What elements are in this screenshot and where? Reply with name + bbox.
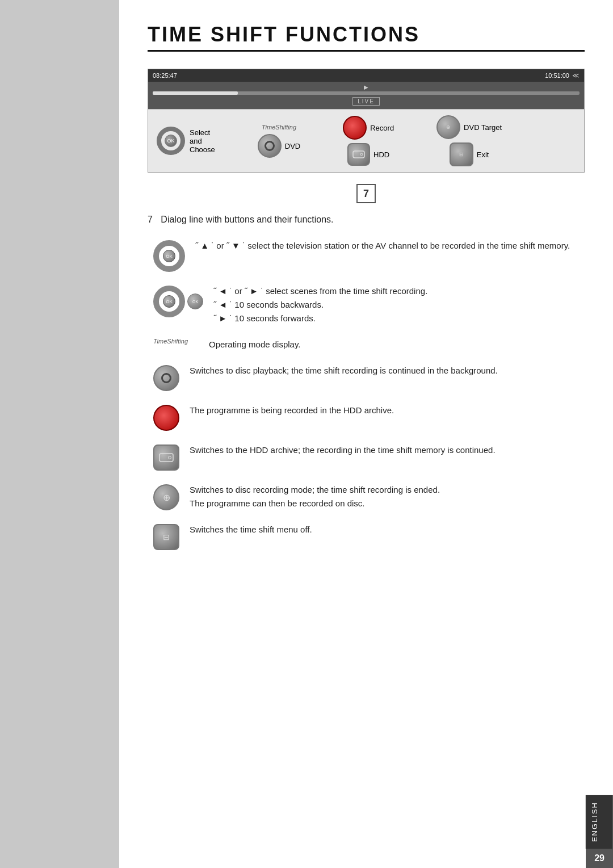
dvdrec-icon: ⊕ <box>153 484 179 510</box>
ctrl-dvd-target: ⊕ DVD Target ⊟ Exit <box>436 115 533 166</box>
disc-inner-ring <box>161 373 171 383</box>
dvd-btn-icon <box>258 134 282 158</box>
desc-item-exit: ⊟ Switches the time shift menu off. <box>153 523 585 550</box>
step-number-box: 7 <box>356 184 376 203</box>
exit-menu-icon: ⊟ <box>153 524 179 550</box>
dialog-box: 08:25:47 10:51:00 ▶ LIVE OK Sele <box>148 69 585 173</box>
nav-leftright-cluster: OK <box>153 286 185 317</box>
desc-text-record: The programme is being recorded in the H… <box>190 404 394 417</box>
nav-ok-center: OK <box>165 135 177 147</box>
page-number: 29 <box>586 849 613 868</box>
desc-icon-updown: OK <box>153 239 185 272</box>
main-content: TIME SHIFT FUNCTIONS 08:25:47 10:51:00 ▶… <box>119 0 613 868</box>
nav-updown-cluster: OK <box>153 240 185 272</box>
dvd-target-icon: ⊕ <box>436 115 460 139</box>
step-label-area: 7 <box>148 184 585 203</box>
desc-item-hdd: Switches to the HDD archive; the recordi… <box>153 443 585 471</box>
desc-text-updown: ˝ ▲ ˙ or ˝ ▼ ˙ select the television sta… <box>195 239 570 253</box>
hdd-btn-icon <box>347 143 370 166</box>
desc-item-timeshifting: TimeShifting Operating mode display. <box>153 338 585 351</box>
desc-text-timeshifting: Operating mode display. <box>209 338 300 351</box>
desc-item-record: The programme is being recorded in the H… <box>153 404 585 431</box>
step-num-inline: 7 <box>148 215 153 224</box>
double-arrows-icon <box>572 72 580 79</box>
dialog-time-left: 08:25:47 <box>153 72 177 79</box>
hdd-archive-icon <box>153 445 179 471</box>
nav-updown-center: OK <box>163 250 175 262</box>
live-badge: LIVE <box>352 97 380 106</box>
hdd-label: HDD <box>373 150 389 159</box>
step-title: 7 Dialog line with buttons and their fun… <box>148 215 585 225</box>
dialog-top-bar: 08:25:47 10:51:00 <box>148 69 584 82</box>
desc-text-disc: Switches to disc playback; the time shif… <box>190 364 498 378</box>
desc-icon-exit: ⊟ <box>153 523 179 550</box>
desc-icon-leftright: OK OK <box>153 284 203 317</box>
progress-bar <box>153 91 580 95</box>
desc-icon-disc <box>153 364 179 391</box>
dvd-inner-ring <box>264 141 275 151</box>
dvd-target-label: DVD Target <box>464 123 502 132</box>
ok-small-btn: OK <box>187 293 203 309</box>
timeshifting-mode-label: TimeShifting <box>153 338 188 345</box>
timeshifting-text: TimeShifting <box>262 124 296 131</box>
desc-item-disc: Switches to disc playback; the time shif… <box>153 364 585 391</box>
ctrl-record: Record HDD <box>343 116 425 166</box>
exit-label: Exit <box>477 150 489 159</box>
desc-item-updown: OK ˝ ▲ ˙ or ˝ ▼ ˙ select the television … <box>153 239 585 272</box>
dvd-label: DVD <box>285 142 300 150</box>
desc-text-leftright: ˝ ◄ ˙ or ˝ ► ˙ select scenes from the ti… <box>213 284 427 325</box>
desc-item-dvdrec: ⊕ Switches to disc recording mode; the t… <box>153 483 585 510</box>
play-indicator: ▶ <box>364 84 368 90</box>
ctrl-nav-labels: Select and Choose <box>190 128 215 154</box>
language-tab: ENGLISH <box>586 795 613 849</box>
desc-item-leftright: OK OK ˝ ◄ ˙ or ˝ ► ˙ select scenes from … <box>153 284 585 325</box>
desc-icon-hdd <box>153 443 179 471</box>
exit-btn-icon: ⊟ <box>450 142 473 166</box>
ctrl-label-and: and <box>190 137 215 145</box>
record-label: Record <box>370 124 394 132</box>
dialog-progress-area: ▶ LIVE <box>148 82 584 109</box>
ctrl-label-select: Select <box>190 128 215 137</box>
desc-text-hdd: Switches to the HDD archive; the recordi… <box>190 443 496 457</box>
dialog-time-right-value: 10:51:00 <box>545 72 569 79</box>
nav-cluster-icon: OK <box>157 127 185 155</box>
record-red-icon <box>153 405 179 431</box>
step-title-text: Dialog line with buttons and their funct… <box>161 215 333 224</box>
desc-icon-dvdrec: ⊕ <box>153 483 179 510</box>
nav-with-ok-wrapper: OK OK <box>153 286 203 317</box>
sidebar <box>0 0 119 868</box>
desc-icon-record <box>153 404 179 431</box>
progress-bar-fill <box>153 91 238 95</box>
svg-point-3 <box>169 456 171 459</box>
svg-point-1 <box>360 153 363 156</box>
bottom-right: ENGLISH 29 <box>586 795 613 868</box>
nav-leftright-center: OK <box>163 295 175 308</box>
description-items: OK ˝ ▲ ˙ or ˝ ▼ ˙ select the television … <box>148 239 585 550</box>
desc-text-exit: Switches the time shift menu off. <box>190 523 312 536</box>
desc-text-dvdrec: Switches to disc recording mode; the tim… <box>190 483 440 510</box>
desc-icon-timeshifting: TimeShifting <box>153 338 199 345</box>
ctrl-label-choose: Choose <box>190 145 215 154</box>
ctrl-timeshifting: TimeShifting DVD <box>258 124 331 158</box>
ctrl-nav-cluster: OK Select and Choose <box>157 127 246 155</box>
disc-playback-icon <box>153 365 179 391</box>
dialog-controls: OK Select and Choose TimeShifting DVD <box>148 109 584 172</box>
dialog-time-right: 10:51:00 <box>545 72 580 79</box>
page-title: TIME SHIFT FUNCTIONS <box>148 23 585 52</box>
record-btn-icon <box>343 116 367 140</box>
